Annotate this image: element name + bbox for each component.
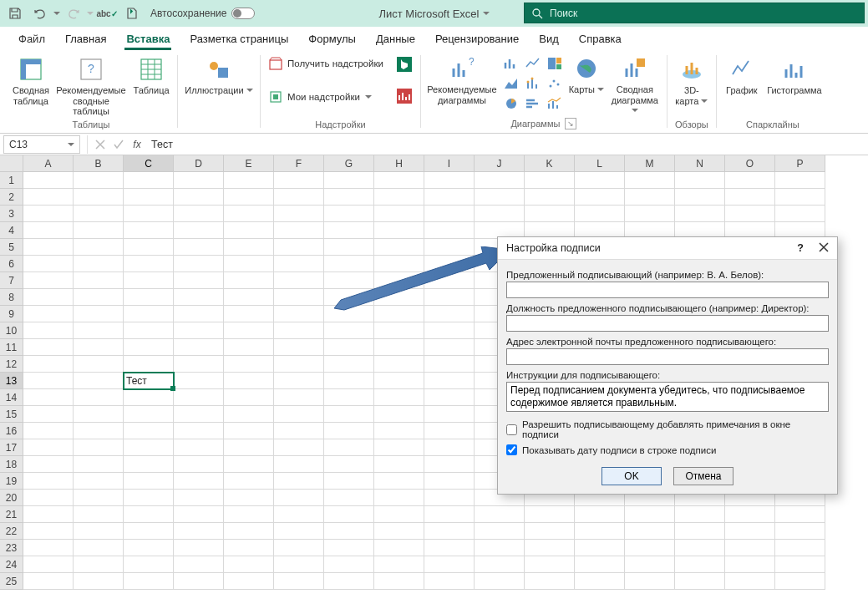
cell[interactable] [274,322,324,339]
pivot-table-button[interactable]: Сводная таблица [10,52,52,106]
tab-file[interactable]: Файл [8,28,55,50]
column-header[interactable]: H [374,155,424,172]
row-header[interactable]: 23 [0,540,23,556]
cell[interactable] [374,322,424,339]
cell[interactable] [74,406,124,423]
column-chart-icon[interactable] [501,54,521,73]
cell[interactable] [74,373,124,389]
cell[interactable] [374,506,424,523]
cell[interactable] [775,540,825,556]
cell[interactable] [675,172,725,189]
cell[interactable] [424,540,475,556]
row-header[interactable]: 12 [0,356,23,373]
cell[interactable] [424,439,475,456]
cell[interactable] [424,389,475,406]
pivot-chart-button[interactable]: Сводная диаграмма [608,51,662,116]
cell[interactable] [224,506,274,523]
row-header[interactable]: 16 [0,423,23,439]
formula-input[interactable]: Тест [146,139,868,150]
cell[interactable] [124,356,174,373]
cell[interactable] [274,406,324,423]
row-header[interactable]: 6 [0,256,23,272]
get-addins-button[interactable]: Получить надстройки [266,55,387,72]
table-button[interactable]: Таблица [130,52,172,96]
cell[interactable] [74,389,124,406]
cell[interactable] [424,289,475,306]
cell[interactable] [124,322,174,339]
cell[interactable] [424,206,475,222]
cell[interactable] [224,473,274,490]
cell[interactable] [174,256,224,272]
cell[interactable] [324,189,374,206]
undo-dropdown-icon[interactable] [53,10,60,17]
cell[interactable] [324,556,374,573]
select-all-corner[interactable] [0,155,23,172]
row-header[interactable]: 11 [0,339,23,356]
tab-formulas[interactable]: Формулы [298,28,366,50]
cell[interactable] [274,256,324,272]
row-header[interactable]: 9 [0,306,23,322]
cell[interactable] [74,356,124,373]
cell[interactable] [224,239,274,256]
cell[interactable] [224,540,274,556]
instructions-input[interactable]: Перед подписанием документа убедитесь, ч… [506,382,829,412]
cell[interactable] [324,339,374,356]
cell[interactable] [374,239,424,256]
cell[interactable] [625,523,675,540]
cell[interactable] [224,222,274,239]
cell[interactable] [725,523,775,540]
cell[interactable] [725,172,775,189]
cell[interactable] [625,506,675,523]
cell[interactable] [224,523,274,540]
cell[interactable] [274,206,324,222]
cell[interactable] [224,373,274,389]
cell[interactable] [224,556,274,573]
cell[interactable] [74,523,124,540]
cell[interactable] [174,389,224,406]
cell[interactable] [74,339,124,356]
cell[interactable]: Тест [124,373,174,389]
cell[interactable] [74,540,124,556]
cell[interactable] [174,189,224,206]
cell[interactable] [174,423,224,439]
cell[interactable] [324,222,374,239]
cell[interactable] [74,573,124,590]
column-header[interactable]: O [725,155,775,172]
cell[interactable] [224,172,274,189]
cell[interactable] [424,490,475,506]
cell[interactable] [575,172,625,189]
cell[interactable] [424,423,475,439]
cell[interactable] [124,306,174,322]
sparkline-histogram-button[interactable]: Гистограмма [765,52,824,96]
cell[interactable] [174,473,224,490]
cell[interactable] [124,573,174,590]
cell[interactable] [575,573,625,590]
cell[interactable] [725,540,775,556]
tab-layout[interactable]: Разметка страницы [180,28,298,50]
cell[interactable] [575,556,625,573]
cell[interactable] [475,506,525,523]
cell[interactable] [274,423,324,439]
cell[interactable] [374,439,424,456]
cell[interactable] [74,289,124,306]
cell[interactable] [274,506,324,523]
dialog-launcher-icon[interactable]: ↘ [565,118,576,129]
cell[interactable] [775,573,825,590]
cell[interactable] [424,222,475,239]
cell[interactable] [23,356,74,373]
cancel-formula-icon[interactable] [91,135,109,154]
my-addins-button[interactable]: Мои надстройки [266,89,387,105]
cell[interactable] [224,306,274,322]
tab-insert[interactable]: Вставка [116,28,180,50]
cell[interactable] [675,189,725,206]
row-header[interactable]: 19 [0,473,23,490]
spellcheck-icon[interactable]: abc✓ [95,3,119,23]
cell[interactable] [775,523,825,540]
cell[interactable] [625,556,675,573]
combo-chart-icon[interactable] [545,94,565,113]
cell[interactable] [274,473,324,490]
cell[interactable] [374,406,424,423]
row-header[interactable]: 4 [0,222,23,239]
cell[interactable] [424,356,475,373]
cell[interactable] [324,256,374,272]
